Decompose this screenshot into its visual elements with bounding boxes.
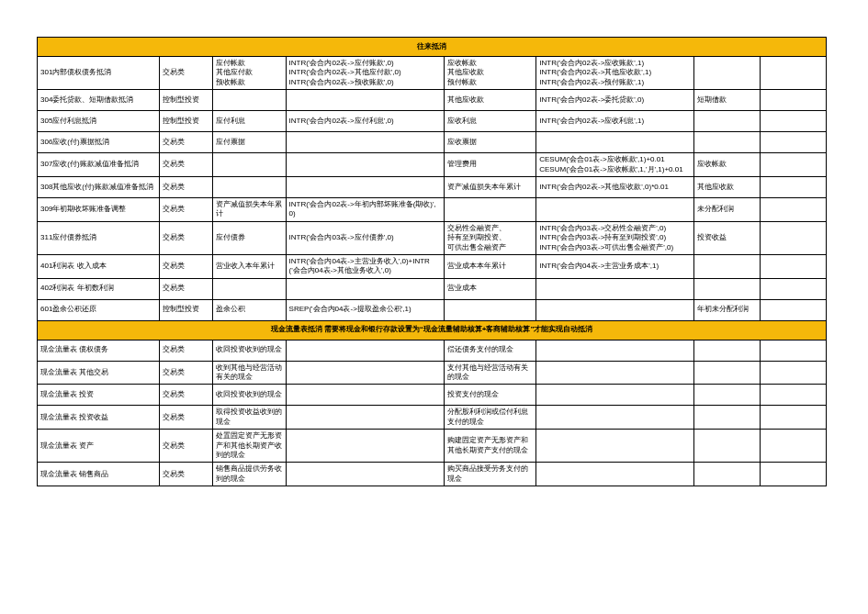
credit-subject: 其他应收款 [444,90,535,111]
rule-name: 304委托贷款、短期借款抵消 [38,90,160,111]
debit-subject: 应付票据 [212,132,286,153]
rule-type: 交易类 [160,385,212,406]
section-header-cashflow-title: 现金流量表抵消 需要将现金和银行存款设置为“现金流量辅助核算+客商辅助核算”才能… [38,320,827,340]
rule-name: 301内部债权债务抵消 [38,57,160,90]
extra-subject-1 [694,385,761,406]
debit-subject: 收回投资收到的现金 [212,385,286,406]
debit-subject: 销售商品提供劳务收到的现金 [212,463,286,486]
credit-subject: 应收帐款其他应收款预付帐款 [444,57,535,90]
extra-subject-2 [761,254,827,278]
extra-subject-1 [694,463,761,486]
debit-formula: SREP('会合内04表->提取盈余公积',1) [286,299,444,320]
table-row: 301内部债权债务抵消交易类应付帐款其他应付款预收帐款INTR('会合内02表-… [38,57,827,90]
extra-subject-2 [761,57,827,90]
rule-type: 交易类 [160,254,212,278]
table-row: 309年初期收坏账准备调整交易类资产减值损失本年累计INTR('会合内02表->… [38,197,827,221]
credit-formula: INTR('会合内02表->其他应收款',0)*0.01 [536,176,694,197]
credit-subject: 管理费用 [444,153,535,177]
credit-subject: 投资支付的现金 [444,385,535,406]
debit-formula [286,406,444,430]
extra-subject-2 [761,406,827,430]
table-row: 305应付利息抵消控制型投资应付利息INTR('会合内02表->应付利息',0)… [38,111,827,132]
credit-formula: INTR('会合内03表->交易性金融资产',0)INTR('会合内03表->持… [536,221,694,254]
extra-subject-2 [761,221,827,254]
rule-type: 交易类 [160,153,212,177]
debit-formula [286,340,444,361]
table-row: 现金流量表 投资收益交易类取得投资收益收到的现金分配股利利润或偿付利息支付的现金 [38,406,827,430]
debit-formula: INTR('会合内02表->应付利息',0) [286,111,444,132]
credit-subject: 应收票据 [444,132,535,153]
debit-subject [212,278,286,299]
rule-type: 交易类 [160,176,212,197]
credit-formula [536,340,694,361]
credit-formula [536,361,694,385]
extra-subject-2 [761,278,827,299]
credit-subject: 支付其他与经营活动有关的现金 [444,361,535,385]
credit-subject [444,197,535,221]
extra-subject-1 [694,57,761,90]
extra-subject-1 [694,278,761,299]
credit-formula [536,463,694,486]
debit-subject: 盈余公积 [212,299,286,320]
table-row: 306应收(付)票据抵消交易类应付票据应收票据 [38,132,827,153]
section-header-wanglai: 往来抵消 [38,38,827,57]
debit-subject: 处置固定资产无形资产和其他长期资产收到的现金 [212,430,286,463]
rule-name: 307应收(付)账款减值准备抵消 [38,153,160,177]
credit-formula [536,430,694,463]
table-row: 现金流量表 其他交易交易类收到其他与经营活动有关的现金支付其他与经营活动有关的现… [38,361,827,385]
table-row: 现金流量表 销售商品交易类销售商品提供劳务收到的现金购买商品接受劳务支付的现金 [38,463,827,486]
section-header-wanglai-title: 往来抵消 [38,38,827,57]
credit-formula [536,278,694,299]
extra-subject-2 [761,463,827,486]
table-row: 304委托贷款、短期借款抵消控制型投资其他应收款INTR('会合内02表->委托… [38,90,827,111]
debit-subject: 应付利息 [212,111,286,132]
extra-subject-2 [761,111,827,132]
debit-subject: 营业收入本年累计 [212,254,286,278]
rule-type: 交易类 [160,57,212,90]
debit-formula [286,385,444,406]
rule-name: 305应付利息抵消 [38,111,160,132]
rule-type: 交易类 [160,361,212,385]
extra-subject-2 [761,430,827,463]
extra-subject-2 [761,361,827,385]
rule-type: 交易类 [160,132,212,153]
table-row: 现金流量表 债权债务交易类收回投资收到的现金偿还债务支付的现金 [38,340,827,361]
credit-subject: 资产减值损失本年累计 [444,176,535,197]
credit-subject: 交易性金融资产、持有至到期投资、可供出售金融资产 [444,221,535,254]
debit-formula: INTR('会合内02表->应付账款',0)INTR('会合内02表->其他应付… [286,57,444,90]
debit-formula [286,176,444,197]
credit-formula: CESUM('会合01表->应收帐款',1)+0.01CESUM('会合01表-… [536,153,694,177]
credit-formula [536,132,694,153]
credit-formula [536,299,694,320]
credit-subject: 营业成本 [444,278,535,299]
rule-type: 交易类 [160,221,212,254]
rule-name: 311应付债券抵消 [38,221,160,254]
extra-subject-1: 短期借款 [694,90,761,111]
table-row: 402利润表 年初数利润交易类营业成本 [38,278,827,299]
extra-subject-1 [694,111,761,132]
extra-subject-2 [761,176,827,197]
rule-name: 现金流量表 销售商品 [38,463,160,486]
debit-subject: 应付帐款其他应付款预收帐款 [212,57,286,90]
extra-subject-1: 投资收益 [694,221,761,254]
credit-subject: 营业成本本年累计 [444,254,535,278]
credit-formula [536,385,694,406]
debit-formula [286,463,444,486]
debit-formula [286,278,444,299]
credit-subject: 应收利息 [444,111,535,132]
extra-subject-2 [761,197,827,221]
offset-rules-table: 往来抵消301内部债权债务抵消交易类应付帐款其他应付款预收帐款INTR('会合内… [37,37,827,486]
debit-formula [286,153,444,177]
rule-name: 308其他应收(付)账款减值准备抵消 [38,176,160,197]
table-row: 308其他应收(付)账款减值准备抵消交易类资产减值损失本年累计INTR('会合内… [38,176,827,197]
rule-name: 601盈余公积还原 [38,299,160,320]
extra-subject-2 [761,385,827,406]
extra-subject-1: 未分配利润 [694,197,761,221]
rule-name: 现金流量表 投资 [38,385,160,406]
credit-formula: INTR('会合内02表->委托贷款',0) [536,90,694,111]
extra-subject-1 [694,340,761,361]
debit-subject: 资产减值损失本年累计 [212,197,286,221]
rule-name: 309年初期收坏账准备调整 [38,197,160,221]
extra-subject-2 [761,132,827,153]
rule-name: 401利润表 收入成本 [38,254,160,278]
